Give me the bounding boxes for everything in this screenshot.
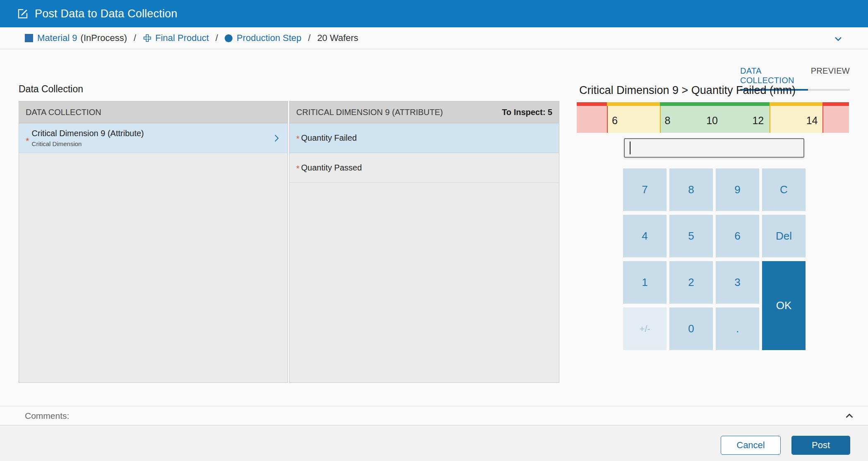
data-collection-heading: Data Collection: [19, 84, 83, 95]
keypad-delete-button[interactable]: Del: [762, 215, 806, 257]
comments-label: Comments:: [25, 411, 69, 421]
scale-limit-line: [822, 106, 823, 133]
column-header-label: CRITICAL DIMENSION 9 (ATTRIBUTE): [296, 108, 443, 117]
keypad-4-button[interactable]: 4: [623, 215, 667, 257]
breadcrumb-material-state: (InProcess): [81, 33, 127, 43]
breadcrumb-production-step[interactable]: Production Step: [237, 33, 302, 43]
post-button[interactable]: Post: [791, 436, 850, 455]
scale-limit-line: [660, 106, 661, 133]
keypad-6-button[interactable]: 6: [716, 215, 759, 257]
data-collection-table: DATA COLLECTION * Critical Dimension 9 (…: [19, 101, 559, 383]
keypad-decimal-button[interactable]: .: [716, 307, 759, 350]
scale-tick-label: 6: [612, 115, 618, 127]
dc-row-title: Critical Dimension 9 (Attribute): [32, 129, 144, 138]
keypad-1-button[interactable]: 1: [623, 261, 667, 304]
breadcrumb-final-product[interactable]: Final Product: [155, 33, 209, 43]
keypad-ok-button[interactable]: OK: [762, 261, 806, 350]
tab-data-collection[interactable]: DATA COLLECTION: [740, 66, 803, 85]
breadcrumb-separator: /: [308, 33, 311, 43]
column-header-label: DATA COLLECTION: [26, 108, 101, 117]
keypad-7-button[interactable]: 7: [623, 168, 667, 211]
required-asterisk: *: [296, 164, 300, 173]
breadcrumb-separator: /: [216, 33, 218, 43]
chevron-down-icon[interactable]: [832, 33, 844, 45]
spec-limit-scale: 6 8 10 12 14: [577, 102, 849, 133]
scale-tick-label: 14: [806, 115, 818, 127]
keypad-8-button[interactable]: 8: [669, 168, 713, 211]
edit-icon: [17, 7, 29, 20]
dialog-footer: Cancel Post: [0, 425, 868, 461]
data-collection-pane: DATA COLLECTION * Critical Dimension 9 (…: [19, 101, 288, 383]
breadcrumb-material[interactable]: Material 9: [37, 33, 77, 43]
keypad-sign-button[interactable]: +/-: [623, 307, 667, 350]
chevron-up-icon[interactable]: [843, 410, 856, 422]
field-label: Quantity Failed: [301, 133, 357, 143]
text-caret: [630, 142, 631, 154]
dc-row-subtitle: Critical Dimension: [32, 140, 144, 147]
tab-preview[interactable]: PREVIEW: [811, 66, 850, 85]
scale-segment-reject-high: [822, 102, 849, 133]
to-inspect-count: To Inspect: 5: [502, 108, 552, 117]
data-collection-column-header: DATA COLLECTION: [19, 101, 288, 123]
keypad-5-button[interactable]: 5: [669, 215, 713, 257]
product-icon: [143, 34, 152, 43]
step-circle-icon: [225, 34, 233, 42]
scale-limit-line: [770, 106, 770, 133]
fields-column-header: CRITICAL DIMENSION 9 (ATTRIBUTE) To Insp…: [290, 101, 559, 123]
keypad-9-button[interactable]: 9: [716, 168, 759, 211]
keypad-2-button[interactable]: 2: [669, 261, 713, 304]
keypad-0-button[interactable]: 0: [669, 307, 713, 350]
required-asterisk: *: [26, 136, 29, 146]
field-row-quantity-failed[interactable]: * Quantity Failed: [290, 123, 559, 153]
required-asterisk: *: [296, 134, 300, 144]
chevron-right-icon: [271, 133, 282, 144]
breadcrumb-separator: /: [134, 33, 136, 43]
breadcrumb-wafers: 20 Wafers: [317, 33, 358, 43]
scale-tick-label: 12: [752, 115, 764, 127]
scale-tick-label: 10: [706, 115, 718, 127]
comments-bar[interactable]: Comments:: [0, 406, 868, 425]
dialog-title: Post Data to Data Collection: [35, 7, 177, 20]
breadcrumb: Material 9 (InProcess) / Final Product /…: [0, 27, 868, 49]
keypad-clear-button[interactable]: C: [762, 168, 806, 211]
scale-limit-line: [607, 106, 608, 133]
value-input[interactable]: [624, 138, 804, 158]
cancel-button[interactable]: Cancel: [721, 436, 781, 455]
scale-tick-label: 8: [665, 115, 671, 127]
scale-segment-reject-low: [577, 102, 607, 133]
material-square-icon: [25, 34, 33, 42]
fields-pane: CRITICAL DIMENSION 9 (ATTRIBUTE) To Insp…: [289, 101, 559, 383]
field-label: Quantity Passed: [301, 163, 362, 173]
numeric-keypad: 7 8 9 C 4 5 6 Del 1 2 3 OK +/- 0 .: [623, 168, 806, 350]
dialog-titlebar: Post Data to Data Collection: [0, 0, 868, 27]
field-entry-title: Critical Dimension 9 > Quantity Failed (…: [579, 84, 796, 97]
data-collection-row[interactable]: * Critical Dimension 9 (Attribute) Criti…: [19, 123, 288, 153]
field-row-quantity-passed[interactable]: * Quantity Passed: [290, 153, 559, 183]
keypad-3-button[interactable]: 3: [716, 261, 759, 304]
post-data-dialog: Post Data to Data Collection Material 9 …: [0, 0, 868, 461]
